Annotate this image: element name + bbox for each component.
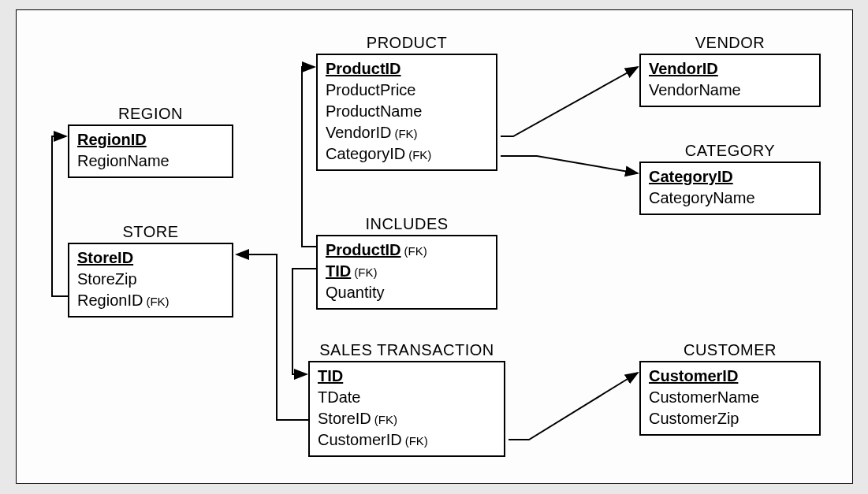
entity-box-sales: TID TDate StoreID(FK) CustomerID(FK) [308,361,505,457]
attr-includes-2: Quantity [326,282,488,303]
entity-customer: CUSTOMER CustomerID CustomerName Custome… [639,341,821,436]
attr-customer-2: CustomerZip [649,408,811,429]
entity-title-region: REGION [68,105,233,123]
attr-sales-2: StoreID(FK) [318,408,496,429]
attr-product-1: ProductPrice [326,80,488,101]
entity-category: CATEGORY CategoryID CategoryName [639,142,821,215]
attr-sales-1: TDate [318,387,496,408]
entity-includes: INCLUDES ProductID(FK) TID(FK) Quantity [316,215,497,310]
entity-title-product: PRODUCT [316,34,497,52]
entity-box-store: StoreID StoreZip RegionID(FK) [68,243,233,318]
entity-box-vendor: VendorID VendorName [639,54,821,107]
attr-store-2: RegionID(FK) [77,290,224,311]
attr-category-0: CategoryID [649,166,811,188]
entity-title-vendor: VENDOR [639,34,821,52]
entity-box-customer: CustomerID CustomerName CustomerZip [639,361,821,436]
attr-vendor-0: VendorID [649,58,811,80]
rel-store-region [52,136,68,296]
attr-store-1: StoreZip [77,269,224,290]
entity-box-includes: ProductID(FK) TID(FK) Quantity [316,235,497,310]
diagram-frame: REGION RegionID RegionName STORE StoreID… [16,9,853,484]
attr-product-0: ProductID [326,58,488,80]
attr-customer-0: CustomerID [649,366,811,387]
attr-includes-0: ProductID(FK) [326,240,488,261]
attr-vendor-1: VendorName [649,80,811,101]
entity-region: REGION RegionID RegionName [68,105,233,178]
rel-product-category [501,156,638,173]
attr-product-4: CategoryID(FK) [326,143,488,165]
attr-customer-1: CustomerName [649,387,811,408]
rel-sales-customer [509,373,638,440]
page: REGION RegionID RegionName STORE StoreID… [0,0,868,494]
entity-vendor: VENDOR VendorID VendorName [639,34,821,107]
attr-region-1: RegionName [77,150,224,172]
attr-sales-0: TID [318,366,496,387]
attr-region-0: RegionID [77,129,224,150]
attr-store-0: StoreID [77,247,224,269]
entity-title-store: STORE [68,223,233,241]
attr-product-2: ProductName [326,101,488,122]
entity-title-customer: CUSTOMER [639,341,821,359]
entity-sales: SALES TRANSACTION TID TDate StoreID(FK) … [308,341,505,457]
attr-category-1: CategoryName [649,188,811,209]
rel-sales-store [237,254,308,420]
entity-store: STORE StoreID StoreZip RegionID(FK) [68,223,233,318]
rel-product-vendor [501,67,638,136]
entity-title-category: CATEGORY [639,142,821,160]
attr-includes-1: TID(FK) [326,261,488,282]
entity-box-product: ProductID ProductPrice ProductName Vendo… [316,54,497,171]
entity-box-region: RegionID RegionName [68,124,233,178]
attr-sales-3: CustomerID(FK) [318,429,496,451]
entity-title-includes: INCLUDES [316,215,497,233]
entity-product: PRODUCT ProductID ProductPrice ProductNa… [316,34,497,171]
rel-includes-product [302,67,316,247]
entity-title-sales: SALES TRANSACTION [308,341,505,359]
attr-product-3: VendorID(FK) [326,122,488,143]
entity-box-category: CategoryID CategoryName [639,162,821,215]
